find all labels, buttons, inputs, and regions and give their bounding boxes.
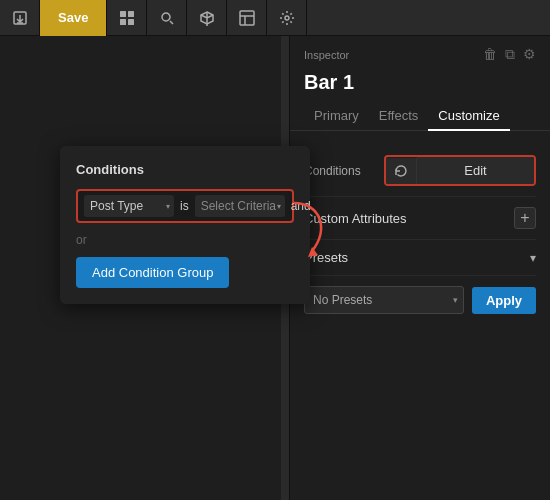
layout-button[interactable] [227, 0, 267, 36]
presets-row: Presets ▾ [304, 240, 536, 276]
gear-icon[interactable]: ⚙ [523, 46, 536, 63]
or-divider: or [76, 233, 294, 247]
panel-content: Conditions Edit Custom Attri [290, 131, 550, 500]
svg-rect-2 [128, 11, 134, 17]
settings-button[interactable] [267, 0, 307, 36]
svg-rect-3 [120, 19, 126, 25]
trash-icon[interactable]: 🗑 [483, 46, 497, 63]
inspector-title: Bar 1 [290, 69, 550, 102]
toolbar: Save [0, 0, 550, 36]
main-layout: Conditions Post Type ▾ is Select Criteri… [0, 36, 550, 500]
cube-button[interactable] [187, 0, 227, 36]
svg-marker-8 [308, 247, 318, 257]
presets-chevron-down-icon[interactable]: ▾ [530, 251, 536, 265]
condition-criteria-wrapper: Select Criteria ▾ [195, 195, 285, 217]
tabs: Primary Effects Customize [290, 102, 550, 131]
condition-row: Post Type ▾ is Select Criteria ▾ and [76, 189, 294, 223]
svg-point-5 [162, 13, 170, 21]
tab-customize[interactable]: Customize [428, 102, 509, 131]
search-button[interactable] [147, 0, 187, 36]
export-button[interactable] [0, 0, 40, 36]
no-presets-row: No Presets ▾ Apply [304, 276, 536, 324]
tab-primary[interactable]: Primary [304, 102, 369, 131]
svg-point-7 [285, 16, 289, 20]
conditions-card-title: Conditions [76, 162, 294, 177]
apply-button[interactable]: Apply [472, 287, 536, 314]
no-presets-select-wrapper: No Presets ▾ [304, 286, 464, 314]
svg-rect-1 [120, 11, 126, 17]
svg-rect-4 [128, 19, 134, 25]
inspector-actions: 🗑 ⧉ ⚙ [483, 46, 536, 63]
right-panel: Inspector 🗑 ⧉ ⚙ Bar 1 Primary Effects Cu… [290, 36, 550, 500]
conditions-section-label: Conditions [304, 164, 384, 178]
condition-type-select[interactable]: Post Type [84, 195, 174, 217]
conditions-card: Conditions Post Type ▾ is Select Criteri… [60, 146, 310, 304]
inspector-label: Inspector [304, 49, 349, 61]
condition-is-label: is [180, 199, 189, 213]
conditions-section-content: Edit [384, 155, 536, 186]
arrow-annotation [290, 199, 334, 259]
add-condition-group-button[interactable]: Add Condition Group [76, 257, 229, 288]
conditions-edit-box: Edit [384, 155, 536, 186]
condition-criteria-select[interactable]: Select Criteria [195, 195, 285, 217]
copy-icon[interactable]: ⧉ [505, 46, 515, 63]
custom-attributes-row: Custom Attributes + [304, 197, 536, 240]
condition-type-wrapper: Post Type ▾ [84, 195, 174, 217]
conditions-edit-button[interactable]: Edit [417, 157, 534, 184]
inspector-header: Inspector 🗑 ⧉ ⚙ [290, 36, 550, 69]
tab-effects[interactable]: Effects [369, 102, 429, 131]
save-button[interactable]: Save [40, 0, 107, 36]
conditions-section-row: Conditions Edit [304, 145, 536, 197]
conditions-refresh-button[interactable] [386, 158, 417, 184]
svg-rect-6 [240, 11, 254, 25]
refresh-icon [394, 164, 408, 178]
left-panel: Conditions Post Type ▾ is Select Criteri… [0, 36, 290, 500]
toolbar-left: Save [0, 0, 550, 36]
grid-view-button[interactable] [107, 0, 147, 36]
presets-select[interactable]: No Presets [304, 286, 464, 314]
add-attribute-button[interactable]: + [514, 207, 536, 229]
